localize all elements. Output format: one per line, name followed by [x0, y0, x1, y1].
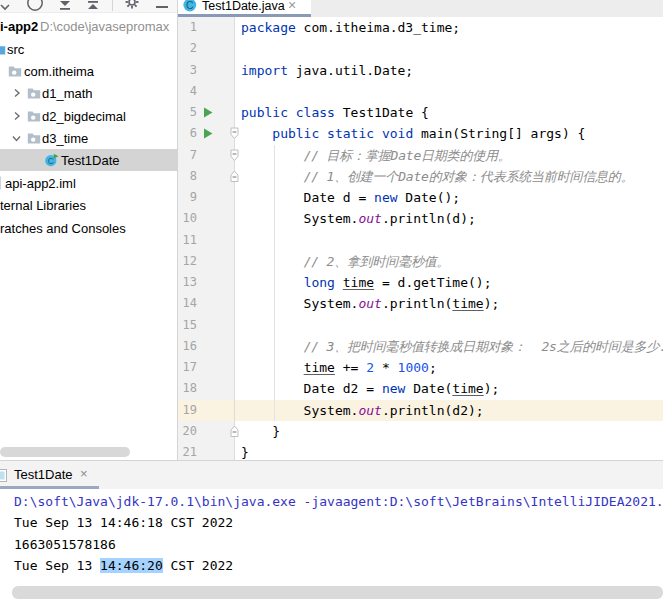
code-segment: void	[382, 126, 413, 141]
tree-item-d3-time[interactable]: d3_time	[0, 127, 177, 149]
expand-all-icon[interactable]	[56, 0, 74, 12]
code-segment: }	[241, 445, 249, 460]
chevron-right-icon[interactable]	[12, 112, 21, 121]
code-segment: ;	[429, 360, 437, 375]
code-segment	[335, 275, 343, 290]
code-segment	[241, 148, 304, 163]
fold-collapse-icon[interactable]	[230, 127, 239, 140]
src-folder-icon	[0, 42, 6, 56]
run-tab-bar: Test1Date ×	[0, 461, 663, 489]
console-line-2: Tue Sep 13 14:46:18 CST 2022	[14, 512, 233, 533]
project-root-row[interactable]: i-app2 D:\code\javasepromax	[0, 16, 177, 38]
code-line-8: // 1、创建一个Date的对象：代表系统当前时间信息的。	[241, 166, 633, 187]
console-selected-text: 14:46:20	[100, 558, 163, 573]
code-segment	[241, 360, 304, 375]
locate-target-icon[interactable]	[25, 0, 45, 12]
tree-item-api-app2-iml[interactable]: api-app2.iml	[0, 172, 177, 194]
code-segment: package	[241, 20, 296, 35]
fold-expand-icon[interactable]	[230, 170, 239, 183]
code-segment: time	[343, 275, 374, 290]
tree-item-label: Test1Date	[61, 153, 120, 168]
tree-item-label: d3_time	[42, 131, 88, 146]
editor-tab-label: Test1Date.java	[202, 0, 285, 13]
line-number: 2	[178, 38, 197, 59]
code-segment	[241, 169, 304, 184]
tree-item-com-itheima[interactable]: com.itheima	[0, 60, 177, 82]
code-segment: System.	[241, 403, 358, 418]
code-segment: time	[452, 296, 483, 311]
chevron-down-icon[interactable]	[0, 0, 11, 12]
code-segment: long	[304, 275, 335, 290]
code-line-5: public class Test1Date {	[241, 102, 429, 123]
tree-item-ternal-libraries[interactable]: ternal Libraries	[0, 194, 177, 216]
svg-text:C: C	[48, 156, 54, 166]
console-line-1: D:\soft\Java\jdk-17.0.1\bin\java.exe -ja…	[14, 491, 663, 512]
code-segment: );	[484, 381, 500, 396]
run-tab-label[interactable]: Test1Date	[14, 467, 73, 482]
java-class-icon: C	[183, 0, 197, 13]
code-line-7: // 目标：掌握Date日期类的使用。	[241, 145, 511, 166]
code-segment: java.util.Date;	[288, 63, 413, 78]
line-number: 17	[178, 357, 197, 378]
editor-tab-bar: C Test1Date.java ×	[178, 0, 663, 17]
code-segment: = d.getTime();	[374, 275, 491, 290]
line-number: 7	[178, 145, 197, 166]
code-segment: }	[241, 424, 280, 439]
java-class-run-icon: C	[45, 153, 59, 167]
tree-item-src[interactable]: src	[0, 38, 177, 60]
code-segment	[319, 126, 327, 141]
code-segment: // 1、创建一个Date的对象：代表系统当前时间信息的。	[304, 169, 634, 184]
run-line-icon[interactable]	[203, 107, 213, 118]
code-segment: .println(d2);	[382, 403, 484, 418]
editor-body[interactable]: 123456789101112131415161718192021 packag…	[178, 17, 663, 460]
code-segment	[288, 105, 296, 120]
fold-expand-icon[interactable]	[230, 425, 239, 438]
line-number: 1	[178, 17, 197, 38]
console-horizontal-scrollbar[interactable]	[12, 586, 663, 599]
line-number: 20	[178, 421, 197, 442]
code-segment: .println(d);	[382, 211, 476, 226]
tree-item-ratches-and-consoles[interactable]: ratches and Consoles	[0, 217, 177, 239]
line-number: 14	[178, 293, 197, 314]
line-number: 6	[178, 123, 197, 144]
tree-item-d2-bigdecimal[interactable]: d2_bigdecimal	[0, 105, 177, 127]
code-segment: time	[304, 360, 335, 375]
hide-panel-icon[interactable]	[153, 0, 171, 12]
code-segment	[374, 126, 382, 141]
code-segment: class	[296, 105, 335, 120]
code-segment	[241, 339, 304, 354]
code-line-13: long time = d.getTime();	[241, 272, 491, 293]
project-root-path: D:\code\javasepromax	[40, 19, 169, 34]
run-tool-window: Test1Date × D:\soft\Java\jdk-17.0.1\bin\…	[0, 460, 663, 605]
project-horizontal-scrollbar[interactable]	[0, 447, 130, 457]
tree-item-label: api-app2.iml	[5, 176, 76, 191]
line-number: 16	[178, 336, 197, 357]
line-number: 4	[178, 81, 197, 102]
editor-tab-close-icon[interactable]: ×	[288, 0, 296, 13]
code-segment: com.itheima.d3_time;	[296, 20, 460, 35]
code-line-12: // 2、拿到时间毫秒值。	[241, 251, 449, 272]
editor-area: C Test1Date.java × 123456789101112131415…	[178, 0, 663, 460]
chevron-right-icon[interactable]	[12, 89, 21, 98]
run-line-icon[interactable]	[203, 128, 213, 139]
fold-collapse-icon[interactable]	[230, 149, 239, 162]
line-number: 3	[178, 60, 197, 81]
code-line-16: // 3、把时间毫秒值转换成日期对象： 2s之后的时间是多少.	[241, 336, 663, 357]
code-segment: static	[327, 126, 374, 141]
line-number: 12	[178, 251, 197, 272]
line-number: 18	[178, 378, 197, 399]
tree-item-test1date[interactable]: CTest1Date	[0, 149, 177, 171]
run-tab-close-icon[interactable]: ×	[80, 466, 88, 481]
code-segment: public	[272, 126, 319, 141]
code-segment: main(String[] args) {	[413, 126, 585, 141]
project-root-name: i-app2	[0, 19, 38, 34]
tree-item-d1-math[interactable]: d1_math	[0, 82, 177, 104]
collapse-all-icon[interactable]	[84, 0, 102, 12]
settings-gear-icon[interactable]	[122, 0, 142, 12]
tree-item-label: d1_math	[42, 86, 93, 101]
code-line-14: System.out.println(time);	[241, 293, 499, 314]
code-segment	[241, 275, 304, 290]
code-line-3: import java.util.Date;	[241, 60, 413, 81]
code-segment: 2	[366, 360, 374, 375]
chevron-down-icon[interactable]	[12, 134, 21, 143]
